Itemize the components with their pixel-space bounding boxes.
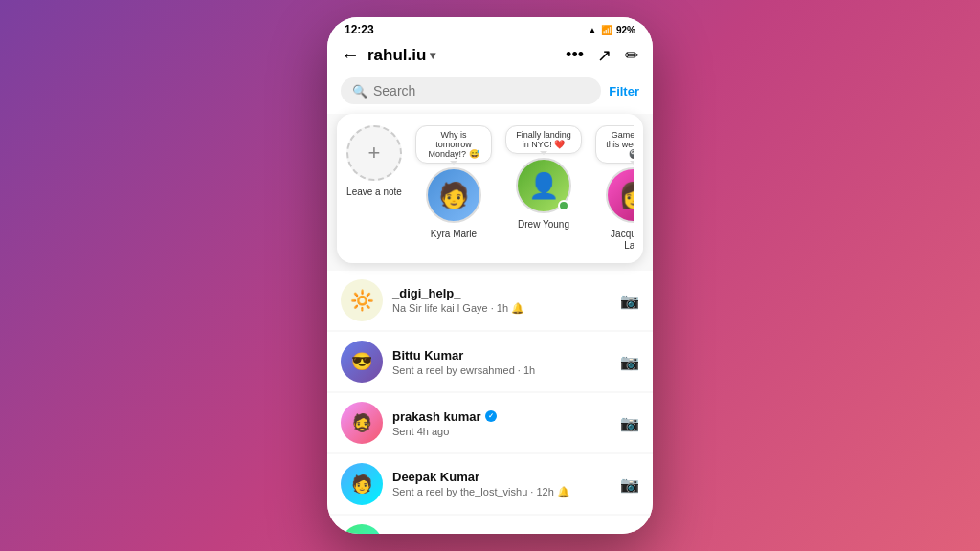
kyra-face: 🧑 xyxy=(428,169,479,221)
digi-avatar: 🔆 xyxy=(341,279,383,321)
status-time: 12:23 xyxy=(345,23,374,36)
saurabh-avatar: 🙂 xyxy=(341,524,383,534)
message-list: 🔆 _digi_help_ Na Sir life kai l Gaye · 1… xyxy=(327,263,653,534)
kyra-note: Why is tomorrow Monday!? 😅 xyxy=(415,125,492,164)
kyra-avatar-wrap: 🧑 xyxy=(426,167,481,223)
story-item-kyra[interactable]: Why is tomorrow Monday!? 😅 🧑 Kyra Marie xyxy=(415,125,492,240)
bittu-avatar: 😎 xyxy=(341,341,383,383)
message-item-digi[interactable]: 🔆 _digi_help_ Na Sir life kai l Gaye · 1… xyxy=(327,271,653,330)
edit-button[interactable]: ✏ xyxy=(625,45,639,66)
verified-badge: ✓ xyxy=(485,410,497,422)
plus-icon: + xyxy=(368,141,381,165)
story-item-jacqueline[interactable]: Game night this weekend? 🎱 👩 Jacqueline … xyxy=(595,125,634,252)
trending-button[interactable]: ↗ xyxy=(597,45,612,66)
stories-scroll: + Leave a note Why is tomorrow Monday!? … xyxy=(346,125,634,252)
deepak-emoji: 🧑 xyxy=(351,474,372,495)
drew-online-dot xyxy=(558,200,569,211)
phone-frame: 12:23 ▲ 📶 92% ← rahul.iu ▾ ••• ↗ ✏ 🔍 Fil… xyxy=(327,17,653,534)
more-options-button[interactable]: ••• xyxy=(566,45,584,65)
prakash-emoji: 🧔 xyxy=(351,412,372,433)
search-input-wrap: 🔍 xyxy=(341,77,601,104)
search-icon: 🔍 xyxy=(352,84,368,99)
message-item-bittu[interactable]: 😎 Bittu Kumar Sent a reel by ewrsahmed ·… xyxy=(327,332,653,391)
prakash-name: prakash kumar ✓ xyxy=(392,409,611,424)
add-note-item[interactable]: + Leave a note xyxy=(346,125,402,198)
jacqueline-avatar: 👩 xyxy=(606,167,634,223)
status-icons: ▲ 📶 92% xyxy=(588,25,635,35)
battery-icon: 92% xyxy=(616,25,635,35)
digi-content: _digi_help_ Na Sir life kai l Gaye · 1h … xyxy=(392,286,611,315)
message-item-prakash[interactable]: 🧔 prakash kumar ✓ Sent 4h ago 📷 xyxy=(327,393,653,452)
header-title: rahul.iu ▾ xyxy=(368,46,558,65)
drew-note: Finally landing in NYC! ❤️ xyxy=(505,125,582,154)
back-button[interactable]: ← xyxy=(341,44,360,66)
add-note-label: Leave a note xyxy=(346,187,402,198)
bittu-content: Bittu Kumar Sent a reel by ewrsahmed · 1… xyxy=(392,348,611,376)
jacqueline-avatar-wrap: 👩 xyxy=(606,167,634,223)
search-input[interactable] xyxy=(373,83,590,99)
bittu-camera-icon[interactable]: 📷 xyxy=(620,353,639,371)
prakash-camera-icon[interactable]: 📷 xyxy=(620,414,639,432)
header-actions: ••• ↗ ✏ xyxy=(566,45,639,66)
bittu-name: Bittu Kumar xyxy=(392,348,611,363)
signal-icon: 📶 xyxy=(601,25,612,35)
header: ← rahul.iu ▾ ••• ↗ ✏ xyxy=(327,40,653,74)
filter-button[interactable]: Filter xyxy=(609,84,639,99)
drew-name: Drew Young xyxy=(518,219,569,231)
wifi-icon: ▲ xyxy=(588,25,597,35)
saurabh-name: Saurabh ×ₓ xyxy=(392,531,611,534)
digi-preview: Na Sir life kai l Gaye · 1h 🔔 xyxy=(392,302,611,315)
prakash-preview: Sent 4h ago xyxy=(392,426,611,437)
digi-emoji: 🔆 xyxy=(350,289,374,312)
kyra-avatar: 🧑 xyxy=(426,167,481,223)
digi-name: _digi_help_ xyxy=(392,286,611,300)
message-item-deepak[interactable]: 🧑 Deepak Kumar Sent a reel by the_lost_v… xyxy=(327,454,653,514)
jacqueline-face: 👩 xyxy=(608,169,634,221)
add-note-avatar[interactable]: + xyxy=(346,125,402,181)
kyra-name: Kyra Marie xyxy=(431,229,477,240)
jacqueline-name: Jacqueline Lam xyxy=(604,229,634,252)
deepak-camera-icon[interactable]: 📷 xyxy=(620,475,639,494)
chevron-down-icon[interactable]: ▾ xyxy=(430,49,435,62)
digi-camera-icon[interactable]: 📷 xyxy=(620,292,639,310)
stories-row: + Leave a note Why is tomorrow Monday!? … xyxy=(337,114,643,263)
deepak-name: Deepak Kumar xyxy=(392,470,611,484)
prakash-content: prakash kumar ✓ Sent 4h ago xyxy=(392,409,611,437)
deepak-avatar: 🧑 xyxy=(341,463,383,505)
status-bar: 12:23 ▲ 📶 92% xyxy=(327,17,653,40)
bittu-emoji: 😎 xyxy=(351,351,372,372)
deepak-content: Deepak Kumar Sent a reel by the_lost_vis… xyxy=(392,470,611,498)
jacqueline-note: Game night this weekend? 🎱 xyxy=(595,125,634,164)
bittu-preview: Sent a reel by ewrsahmed · 1h xyxy=(392,364,611,376)
prakash-avatar: 🧔 xyxy=(341,402,383,444)
story-item-drew[interactable]: Finally landing in NYC! ❤️ 👤 Drew Young xyxy=(505,125,582,231)
username-label: rahul.iu xyxy=(368,46,426,65)
drew-avatar-wrap: 👤 xyxy=(516,158,571,213)
deepak-preview: Sent a reel by the_lost_vishu · 12h 🔔 xyxy=(392,486,611,498)
search-bar: 🔍 Filter xyxy=(327,74,653,114)
message-item-saurabh[interactable]: 🙂 Saurabh ×ₓ Reacted to your story 🔥 · 1… xyxy=(327,516,653,534)
saurabh-content: Saurabh ×ₓ Reacted to your story 🔥 · 14h xyxy=(392,531,611,534)
